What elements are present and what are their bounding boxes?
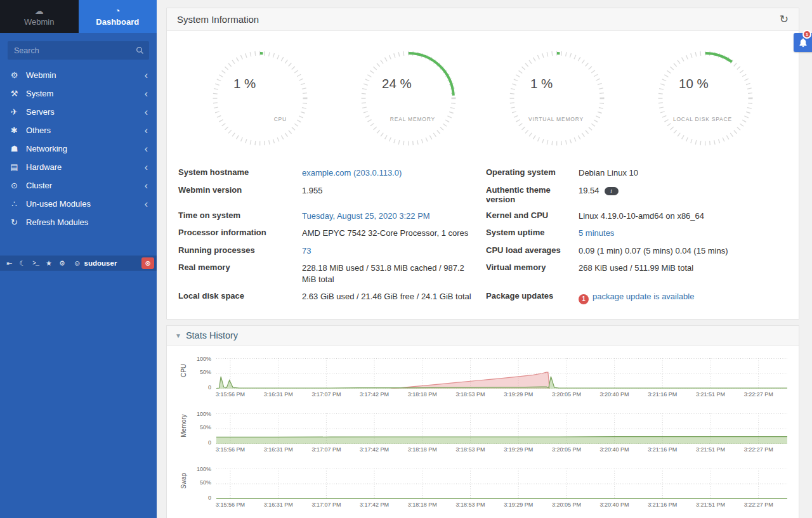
kernel-and-cpu-text: Linux 4.19.0-10-amd64 on x86_64 <box>579 211 704 221</box>
power-icon: ⊙ <box>9 181 20 190</box>
settings-icon[interactable]: ⚙ <box>59 259 65 268</box>
tab-webmin[interactable]: ☁ Webmin <box>0 0 79 33</box>
x-tick-label: 3:20:05 PM <box>542 446 591 453</box>
system-hostname-label: System hostname <box>178 167 302 177</box>
sidebar-item-system[interactable]: ⚒System‹ <box>0 84 157 103</box>
table-row: System hostnameexample.com (203.0.113.0)… <box>178 164 787 182</box>
series-memory-usage <box>216 437 787 444</box>
sidebar-menu: ⚙Webmin‹⚒System‹✈Servers‹✱Others‹☗Networ… <box>0 66 157 231</box>
sidebar-item-un-used-modules[interactable]: ∴Un-used Modules‹ <box>0 195 157 213</box>
chevron-icon: ‹ <box>145 90 148 98</box>
x-tick-label: 3:22:27 PM <box>735 391 783 398</box>
y-tick-label: 0 <box>183 439 211 446</box>
gauge-icon: ◔ <box>115 6 120 15</box>
gauge-value: 1 % <box>530 76 553 91</box>
tab-dashboard[interactable]: ◔ Dashboard <box>79 0 157 33</box>
collapse-icon[interactable]: ⇤ <box>6 259 12 268</box>
sidebar-item-hardware[interactable]: ▤Hardware‹ <box>0 158 157 176</box>
sidebar-item-refresh-modules[interactable]: ↻Refresh Modules <box>0 213 157 231</box>
system-hostname-link[interactable]: example.com (203.0.113.0) <box>302 168 402 178</box>
gauge-cpu: 1 %CPU <box>209 49 311 150</box>
sidebar-item-label: Un-used Modules <box>26 199 138 209</box>
table-row: Time on systemTuesday, August 25, 2020 3… <box>178 207 787 225</box>
x-axis-labels: 3:15:56 PM3:16:31 PM3:17:07 PM3:17:42 PM… <box>216 391 787 399</box>
cpu-load-averages-text: 0.09 (1 min) 0.07 (5 mins) 0.04 (15 mins… <box>579 246 728 256</box>
search-icon <box>136 46 144 55</box>
user-menu[interactable]: ☺sudouser <box>74 259 117 267</box>
gauge-value: 24 % <box>382 76 412 91</box>
table-row: Running processes73CPU load averages0.09… <box>178 242 787 260</box>
main-content: System Information ↻ 1 %CPU24 %REAL MEMO… <box>157 0 812 518</box>
sidebar-item-networking[interactable]: ☗Networking‹ <box>0 139 157 158</box>
x-tick-label: 3:20:05 PM <box>542 502 591 508</box>
sidebar-item-label: Others <box>26 126 138 135</box>
system-uptime-link[interactable]: 5 minutes <box>579 228 614 238</box>
x-tick-label: 3:20:05 PM <box>542 391 591 398</box>
gauge-arc <box>409 53 454 96</box>
favorites-icon[interactable]: ★ <box>46 259 52 268</box>
cpu-load-averages-label: CPU load averages <box>486 245 579 255</box>
sidebar-item-servers[interactable]: ✈Servers‹ <box>0 103 157 121</box>
gauge-local-disk-space: 10 %LOCAL DISK SPACE <box>655 49 756 150</box>
running-processes-link[interactable]: 73 <box>302 246 311 256</box>
gauge-value: 10 % <box>679 76 709 91</box>
x-tick-label: 3:19:29 PM <box>494 391 542 398</box>
tools-icon: ✱ <box>9 126 20 135</box>
x-tick-label: 3:21:16 PM <box>638 391 686 398</box>
table-row: Local disk space2.63 GiB used / 21.46 Gi… <box>178 288 787 308</box>
terminal-icon[interactable]: >_ <box>32 260 39 267</box>
x-tick-label: 3:21:51 PM <box>686 502 735 508</box>
x-tick-label: 3:16:31 PM <box>254 446 303 453</box>
logout-button[interactable]: ⊗ <box>141 257 154 269</box>
username-label: sudouser <box>84 259 117 267</box>
stats-charts: CPU100%50%03:15:56 PM3:16:31 PM3:17:07 P… <box>167 346 799 518</box>
webmin-version-text: 1.955 <box>302 186 323 195</box>
collapse-triangle-icon: ▼ <box>175 332 181 339</box>
y-tick-label: 100% <box>183 411 211 417</box>
virtual-memory-label: Virtual memory <box>486 262 579 272</box>
info-icon[interactable]: i <box>605 187 619 195</box>
real-memory-text: 228.18 MiB used / 531.8 MiB cached / 987… <box>302 263 464 284</box>
drive-icon: ▤ <box>9 162 20 172</box>
sidebar: ☁ Webmin ◔ Dashboard ⚙Webmin‹⚒System‹✈Se… <box>0 0 157 518</box>
user-icon: ☺ <box>74 259 81 267</box>
webmin-version-label: Webmin version <box>178 185 302 195</box>
stats-history-header[interactable]: ▼ Stats History <box>167 326 799 346</box>
authentic-theme-version-text: 19.54 <box>579 186 599 195</box>
x-tick-label: 3:22:27 PM <box>735 502 783 508</box>
running-processes-label: Running processes <box>178 245 302 255</box>
chart-plot <box>216 469 787 499</box>
x-tick-label: 3:15:56 PM <box>206 502 254 508</box>
x-tick-label: 3:16:31 PM <box>254 502 303 508</box>
x-tick-label: 3:15:56 PM <box>206 446 254 453</box>
time-on-system-link[interactable]: Tuesday, August 25, 2020 3:22 PM <box>302 211 430 221</box>
night-mode-icon[interactable]: ☾ <box>19 259 25 268</box>
sitemap-icon: ∴ <box>9 199 20 209</box>
search-input[interactable] <box>8 41 149 60</box>
x-tick-label: 3:15:56 PM <box>206 391 254 398</box>
sidebar-item-others[interactable]: ✱Others‹ <box>0 121 157 139</box>
sidebar-item-cluster[interactable]: ⊙Cluster‹ <box>0 176 157 195</box>
x-axis-labels: 3:15:56 PM3:16:31 PM3:17:07 PM3:17:42 PM… <box>216 502 787 509</box>
x-tick-label: 3:21:51 PM <box>686 391 735 398</box>
sidebar-item-label: System <box>26 89 138 98</box>
real-memory-label: Real memory <box>178 262 302 272</box>
gear-icon: ⚙ <box>9 70 20 80</box>
x-tick-label: 3:22:27 PM <box>735 446 783 453</box>
virtual-memory-text: 268 KiB used / 511.99 MiB total <box>579 263 693 273</box>
notifications-button[interactable]: 1 <box>794 33 812 52</box>
gauges-row: 1 %CPU24 %REAL MEMORY1 %VIRTUAL MEMORY10… <box>167 31 799 162</box>
x-tick-label: 3:17:07 PM <box>302 391 350 398</box>
operating-system-value: Debian Linux 10 <box>579 167 787 179</box>
refresh-icon: ↻ <box>9 217 20 227</box>
sidebar-item-label: Hardware <box>26 162 138 172</box>
y-tick-label: 50% <box>183 424 211 431</box>
page-title: System Information <box>177 14 259 25</box>
sidebar-item-label: Refresh Modules <box>26 217 148 227</box>
package-updates-link[interactable]: package update is available <box>593 292 694 301</box>
x-tick-label: 3:18:18 PM <box>398 391 447 398</box>
refresh-icon[interactable]: ↻ <box>780 15 789 25</box>
gauge-label: CPU <box>274 116 287 122</box>
sidebar-item-webmin[interactable]: ⚙Webmin‹ <box>0 66 157 84</box>
system-uptime-value: 5 minutes <box>579 228 787 239</box>
